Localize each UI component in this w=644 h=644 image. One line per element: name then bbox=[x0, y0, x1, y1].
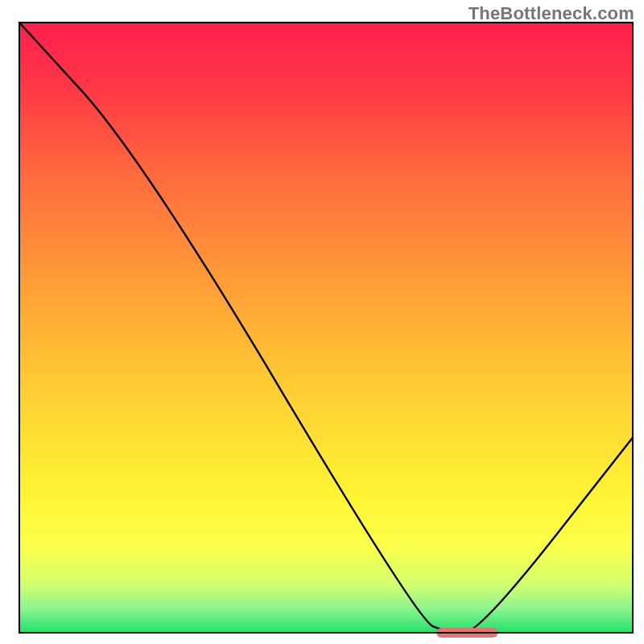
chart-stage: { "watermark": "TheBottleneck.com", "cha… bbox=[0, 0, 644, 644]
watermark-text: TheBottleneck.com bbox=[469, 3, 634, 24]
bottleneck-chart bbox=[0, 0, 644, 644]
plot-area bbox=[19, 23, 633, 633]
